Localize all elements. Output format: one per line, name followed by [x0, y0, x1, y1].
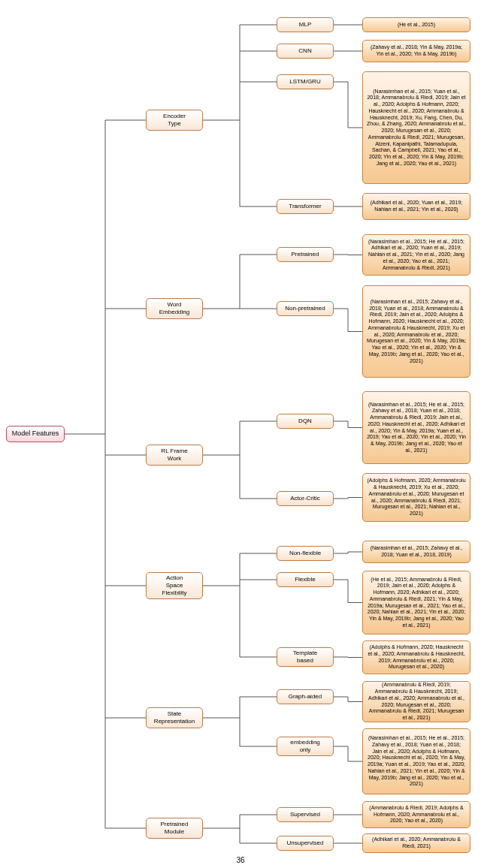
l2-unsupervised: Unsupervised [277, 836, 334, 851]
leaf-dqn: (Narasimhan et al., 2015; He et al., 201… [362, 391, 470, 464]
leaf-pre: (Narasimhan et al., 2015; He et al., 201… [362, 234, 470, 276]
leaf-mlp: (He et al., 2015) [362, 17, 470, 32]
l2-flexible: Flexible [277, 572, 334, 587]
l2-pretrained: Pretrained [277, 247, 334, 262]
leaf-embonly: (Narasimhan et al., 2015; He et al., 201… [362, 728, 470, 794]
l2-lstm-gru: LSTM/GRU [277, 74, 334, 89]
l1-pretrained-module: Pretrained Module [146, 818, 203, 839]
l2-transformer: Transformer [277, 199, 334, 214]
leaf-actor: (Adolphs & Hofmann, 2020; Ammanabrolu & … [362, 473, 470, 522]
l1-encoder-type: Encoder Type [146, 110, 203, 131]
leaf-nonflex: (Narasimhan et al., 2015; Zahavy et al.,… [362, 541, 470, 563]
l1-rl-framework: RL Frame Work [146, 445, 203, 466]
leaf-sup: (Ammanabrolu & Riedl, 2019; Adolphs & Ho… [362, 801, 470, 828]
leaf-lstm: (Narasimhan et al., 2015; Yuan et al., 2… [362, 71, 470, 184]
leaf-flex: (He et al., 2015; Ammanabrolu & Riedl, 2… [362, 571, 470, 634]
l2-actor-critic: Actor-Critic [277, 491, 334, 506]
leaf-graph: (Ammanabrolu & Riedl, 2019; Ammanabrolu … [362, 681, 470, 722]
leaf-template: (Adolphs & Hofmann, 2020; Hausknecht et … [362, 640, 470, 674]
l1-state-rep: State Representation [146, 707, 203, 728]
l1-word-embedding: Word Embedding [146, 298, 203, 319]
l2-non-pretrained: Non-pretrained [277, 301, 334, 316]
page-number: 36 [0, 856, 481, 864]
leaf-cnn: (Zahavy et al., 2018; Yin & May, 2019a; … [362, 40, 470, 62]
l2-graph-aided: Graph-aided [277, 689, 334, 704]
l2-mlp: MLP [277, 17, 334, 32]
l2-embedding-only: embedding only [277, 737, 334, 756]
leaf-unsup: (Adhikari et al., 2020; Ammanabrolu & Ri… [362, 833, 470, 853]
l2-non-flexible: Non-flexible [277, 546, 334, 561]
root-node: Model Features [6, 426, 65, 442]
l2-cnn: CNN [277, 44, 334, 59]
l2-supervised: Supervised [277, 807, 334, 822]
l2-dqn: DQN [277, 414, 334, 429]
leaf-transformer: (Adhikari et al., 2020; Yuan et al., 201… [362, 193, 470, 220]
l2-template-based: Template based [277, 647, 334, 667]
leaf-nonpre: (Narasimhan et al., 2015; Zahavy et al.,… [362, 285, 470, 378]
l1-action-space: Action Space Flexibility [146, 572, 203, 599]
